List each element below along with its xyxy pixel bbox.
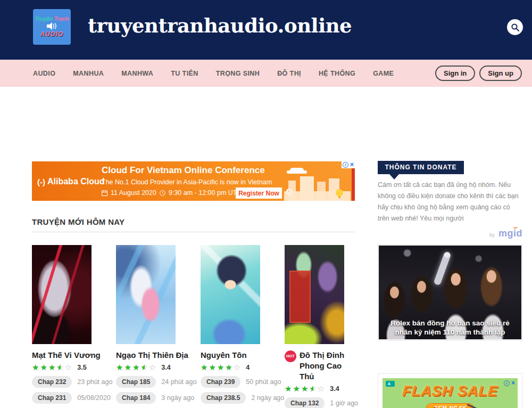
sidebar: THÔNG TIN DONATE Cám ơn tất cả các bạn đ… <box>378 161 522 408</box>
chapter-row: Chap 239 50 phút ago <box>201 376 285 388</box>
star-rating: ☆☆☆☆☆ ★★★★★ <box>32 363 73 372</box>
star-rating: ☆☆☆☆☆ ★★★★★ <box>116 363 157 372</box>
chapter-chip[interactable]: Chap 238.5 <box>201 392 246 404</box>
nav-item-manhwa[interactable]: MANHWA <box>121 70 153 77</box>
chapter-time: 50 phút ago <box>246 378 281 386</box>
alibaba-brand-text: Alibaba Cloud <box>47 177 105 186</box>
nav-item-do-thi[interactable]: ĐÔ THỊ <box>277 70 301 77</box>
sign-up-button[interactable]: Sign up <box>479 66 522 81</box>
star-icons-filled: ★★★★★ <box>32 363 61 372</box>
nav-item-tu-tien[interactable]: TU TIÊN <box>171 70 198 77</box>
donate-text: Cám ơn tất cả các bạn đã ủng hộ nhóm. Nế… <box>378 179 522 224</box>
main-content: (-) Alibaba Cloud Cloud For Vietnam Onli… <box>32 161 355 408</box>
mgid-by-label: by <box>489 232 495 238</box>
chapter-time: 23 phút ago <box>77 378 112 386</box>
star-rating: ☆☆☆☆☆ ★★★★★ <box>201 363 242 372</box>
rating-value: 3.4 <box>161 364 170 371</box>
chapter-row: Chap 132 1 giờ ago <box>285 397 355 408</box>
comic-title[interactable]: Đô Thị Đỉnh Phong Cao Thủ <box>300 350 346 382</box>
banner-title: Cloud For Vietnam Online Conference <box>102 165 265 176</box>
alibaba-brand: (-) Alibaba Cloud <box>37 177 105 186</box>
chapter-chip[interactable]: Chap 132 <box>285 397 325 408</box>
banner-date: 11 August 2020 <box>111 189 156 197</box>
comic-title[interactable]: Ngạo Thị Thiên Địa <box>116 350 188 361</box>
chapter-time: 2 ngày ago <box>251 394 284 402</box>
search-button[interactable] <box>507 19 523 35</box>
main-nav: AUDIO MANHUA MANHWA TU TIÊN TRỌNG SINH Đ… <box>0 60 532 87</box>
star-icons-filled: ★★★★★ <box>201 363 234 372</box>
lamp-highlight <box>433 251 451 285</box>
alibaba-banner-ad[interactable]: (-) Alibaba Cloud Cloud For Vietnam Onli… <box>32 161 355 201</box>
chapter-chip[interactable]: Chap 184 <box>116 392 156 404</box>
rating-value: 3.5 <box>77 364 86 371</box>
rating-row: ☆☆☆☆☆ ★★★★★ 3.4 <box>116 363 201 372</box>
donate-heading: THÔNG TIN DONATE <box>378 161 464 174</box>
chapter-chip[interactable]: Chap 185 <box>116 376 156 388</box>
comic-card: Ngạo Thị Thiên Địa ☆☆☆☆☆ ★★★★★ 3.4 Chap … <box>116 245 201 408</box>
tree-illustration <box>336 189 343 197</box>
comic-card: Nguyên Tôn ☆☆☆☆☆ ★★★★★ 4 Chap 239 50 phú… <box>201 245 285 408</box>
star-rating: ☆☆☆☆☆ ★★★★★ <box>285 385 326 393</box>
native-ad-caption: Rolex bán đồng hồ bản sao siêu rẻ nhân k… <box>379 319 521 337</box>
flash-sale-ad[interactable]: A FLASH SALE XEM NGAY i × <box>378 373 522 408</box>
section-title: TRUYỆN MỚI HÔM NAY <box>32 217 355 226</box>
mgid-attribution[interactable]: by mgid <box>378 228 522 239</box>
cover-red-seal <box>289 271 311 323</box>
section-divider <box>32 232 355 232</box>
sign-in-button[interactable]: Sign in <box>435 66 475 81</box>
site-logo[interactable]: Truyện Tranh AUDIO <box>33 9 71 45</box>
mgid-tick-icon <box>513 226 518 229</box>
comic-card-grid: Mạt Thế Vi Vương ☆☆☆☆☆ ★★★★★ 3.5 Chap 23… <box>32 245 355 408</box>
logo-text: Truyện Tranh <box>35 16 69 22</box>
chapter-chip[interactable]: Chap 239 <box>201 376 240 388</box>
rating-row: ☆☆☆☆☆ ★★★★★ 4 <box>201 363 285 372</box>
banner-subtitle: The No.1 Cloud Provider in Asia-Pacific … <box>102 178 272 186</box>
native-ad-image: Rolex bán đồng hồ bản sao siêu rẻ nhân k… <box>379 246 521 339</box>
chapter-time: 1 giờ ago <box>330 399 358 407</box>
speaker-icon <box>47 22 57 30</box>
rating-value: 3.4 <box>330 385 339 393</box>
rating-value: 4 <box>246 364 250 371</box>
nav-item-trong-sinh[interactable]: TRỌNG SINH <box>216 70 260 77</box>
hot-badge: HOT <box>285 350 296 362</box>
star-icons-filled: ★★★★★ <box>285 385 313 393</box>
comic-cover[interactable] <box>116 245 176 344</box>
register-now-button[interactable]: Register Now <box>236 187 282 199</box>
chapter-row: Chap 185 24 phút ago <box>116 376 201 388</box>
site-title[interactable]: truyentranhaudio.online <box>88 14 352 37</box>
rolex-native-ad[interactable]: Rolex bán đồng hồ bản sao siêu rẻ nhân k… <box>378 244 522 340</box>
ad-close-icon[interactable]: × <box>350 162 354 168</box>
auth-buttons: Sign in Sign up <box>435 60 522 87</box>
flash-sale-title: FLASH SALE <box>383 383 518 399</box>
comic-cover[interactable] <box>32 245 92 344</box>
adchoices-info-icon[interactable]: i <box>504 380 510 386</box>
comic-title[interactable]: Mạt Thế Vi Vương <box>32 350 101 361</box>
mgid-logo: mgid <box>498 228 522 239</box>
comic-cover[interactable] <box>201 245 260 344</box>
nav-item-manhua[interactable]: MANHUA <box>73 70 104 77</box>
chapter-time: 24 phút ago <box>161 378 196 386</box>
adchoices-info-icon[interactable]: i <box>343 162 348 168</box>
chapter-time: 05/08/2020 <box>77 394 111 402</box>
search-icon <box>511 23 520 32</box>
calendar-icon <box>102 190 107 196</box>
nav-menu: AUDIO MANHUA MANHWA TU TIÊN TRỌNG SINH Đ… <box>0 70 394 77</box>
nav-item-game[interactable]: GAME <box>373 70 394 77</box>
chapter-row: Chap 231 05/08/2020 <box>32 392 116 404</box>
nav-item-audio[interactable]: AUDIO <box>33 70 55 77</box>
comic-title[interactable]: Nguyên Tôn <box>201 350 247 361</box>
comic-cover[interactable] <box>285 245 344 344</box>
ad-close-icon[interactable]: × <box>511 380 515 386</box>
adchoices-controls: i × <box>342 161 355 168</box>
cloud-illustration <box>290 168 304 173</box>
rating-row: ☆☆☆☆☆ ★★★★★ 3.4 <box>285 385 355 393</box>
comic-card: Mạt Thế Vi Vương ☆☆☆☆☆ ★★★★★ 3.5 Chap 23… <box>32 245 116 408</box>
city-illustration <box>284 174 351 201</box>
nav-item-he-thong[interactable]: HỆ THỐNG <box>319 70 355 77</box>
chapter-chip[interactable]: Chap 232 <box>32 376 72 388</box>
chapter-chip[interactable]: Chap 231 <box>32 392 72 404</box>
star-icons-filled: ★★★★★ <box>116 363 145 372</box>
comic-card: HOT Đô Thị Đỉnh Phong Cao Thủ ☆☆☆☆☆ ★★★★… <box>285 245 355 408</box>
adchoices-controls: i × <box>503 380 516 387</box>
flash-sale-inner: A FLASH SALE XEM NGAY i × <box>383 378 518 408</box>
